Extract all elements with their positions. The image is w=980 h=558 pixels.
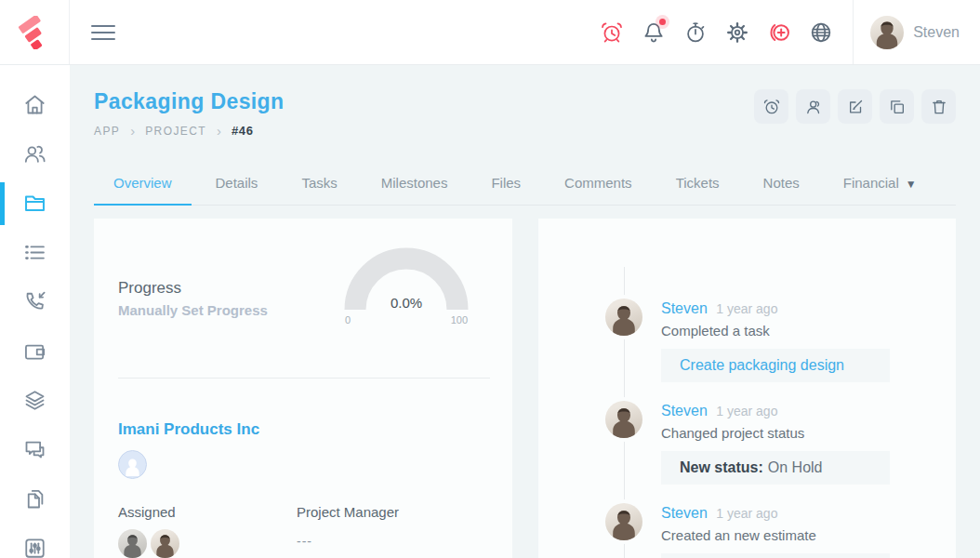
user-menu[interactable]: Steven <box>854 16 980 49</box>
chat-icon <box>22 437 47 462</box>
notification-badge <box>659 19 666 25</box>
activity-user-link[interactable]: Steven <box>661 300 708 316</box>
gauge-max-label: 100 <box>451 314 468 326</box>
alarm-icon[interactable] <box>590 0 632 65</box>
users-icon <box>22 141 47 166</box>
activity-detail-estimate-link[interactable] <box>661 553 890 558</box>
user-name: Steven <box>913 24 960 41</box>
sidebar-item-home[interactable] <box>0 80 70 129</box>
breadcrumb-separator-icon: › <box>217 126 221 136</box>
quick-add-icon[interactable] <box>758 0 800 65</box>
list-icon <box>22 240 47 265</box>
activity-timeline-card: Steven 1 year ago Completed a task Creat… <box>538 219 956 558</box>
activity-action: Changed project status <box>661 425 890 441</box>
assigned-avatars <box>118 529 297 558</box>
user-avatar <box>870 16 904 49</box>
person-placeholder-icon <box>121 455 144 478</box>
page-action-bar <box>754 89 956 124</box>
activity-action: Created an new estimate <box>661 527 890 543</box>
home-icon <box>22 92 47 117</box>
left-sidebar <box>0 65 70 558</box>
breadcrumb-project[interactable]: PROJECT <box>145 125 206 138</box>
sidebar-item-tools[interactable] <box>0 524 70 558</box>
status-value: On Hold <box>768 459 823 475</box>
tab-details[interactable]: Details <box>214 166 260 205</box>
edit-button[interactable] <box>838 89 872 124</box>
assign-user-button[interactable] <box>796 89 830 124</box>
user-icon <box>804 98 823 116</box>
breadcrumb-current: #46 <box>232 124 254 138</box>
duplicate-button[interactable] <box>880 89 914 124</box>
assigned-avatar-1[interactable] <box>118 529 147 558</box>
activity-user-link[interactable]: Steven <box>661 403 708 418</box>
tab-overview[interactable]: Overview <box>112 166 174 205</box>
breadcrumb: APP › PROJECT › #46 <box>94 124 956 138</box>
pages-icon <box>22 486 47 512</box>
timeline-entry: Steven 1 year ago Changed project status… <box>661 403 890 485</box>
notifications-icon[interactable] <box>632 0 674 65</box>
logo-icon <box>18 16 51 49</box>
alarm-icon <box>762 98 781 116</box>
activity-avatar[interactable] <box>605 401 642 438</box>
folder-icon <box>22 191 47 216</box>
sliders-icon <box>22 536 47 558</box>
menu-toggle-button[interactable] <box>91 20 115 45</box>
settings-icon[interactable] <box>716 0 758 65</box>
timeline-entry: Steven 1 year ago Created an new estimat… <box>661 505 890 558</box>
tab-financial[interactable]: Financial▼ <box>841 166 919 205</box>
breadcrumb-app[interactable]: APP <box>94 125 120 138</box>
top-header: Steven <box>0 0 980 65</box>
tab-tickets[interactable]: Tickets <box>674 166 722 205</box>
activity-detail-task-link[interactable]: Create packaging design <box>661 349 890 382</box>
project-overview-card: Progress Manually Set Progress 0.0% 0 10… <box>94 219 512 558</box>
tab-files[interactable]: Files <box>489 166 523 205</box>
sidebar-item-services[interactable] <box>0 376 70 425</box>
activity-time: 1 year ago <box>716 404 777 418</box>
gauge-min-label: 0 <box>345 314 351 326</box>
gauge-value: 0.0% <box>341 295 471 311</box>
sidebar-item-payments[interactable] <box>0 326 70 376</box>
edit-icon <box>846 98 865 116</box>
reminder-button[interactable] <box>754 89 788 124</box>
sidebar-item-documents[interactable] <box>0 474 70 524</box>
progress-gauge: 0.0% 0 100 <box>341 246 471 326</box>
client-link[interactable]: Imani Products Inc <box>118 420 259 439</box>
app-logo[interactable] <box>0 0 70 64</box>
sidebar-item-calls[interactable] <box>0 277 70 326</box>
delete-button[interactable] <box>921 89 956 124</box>
activity-avatar[interactable] <box>605 299 642 336</box>
tab-tasks[interactable]: Tasks <box>299 166 338 205</box>
sidebar-item-projects[interactable] <box>0 179 70 228</box>
project-manager-label: Project Manager <box>297 504 475 520</box>
timeline-entry: Steven 1 year ago Completed a task Creat… <box>661 300 890 382</box>
sidebar-item-contacts[interactable] <box>0 129 70 179</box>
project-manager-value: --- <box>297 534 475 549</box>
wallet-icon <box>22 339 47 364</box>
progress-subtitle: Manually Set Progress <box>118 302 268 318</box>
client-avatar[interactable] <box>118 450 147 479</box>
sidebar-item-tasks[interactable] <box>0 228 70 277</box>
copy-icon <box>888 98 907 116</box>
activity-action: Completed a task <box>661 323 890 339</box>
language-globe-icon[interactable] <box>800 0 841 65</box>
timer-icon[interactable] <box>674 0 716 65</box>
sidebar-item-messages[interactable] <box>0 425 70 474</box>
trash-icon <box>930 98 948 116</box>
main-content: Packaging Design APP › PROJECT › #46 <box>70 65 980 558</box>
activity-user-link[interactable]: Steven <box>661 505 708 521</box>
activity-avatar[interactable] <box>605 503 642 540</box>
layers-icon <box>22 388 47 413</box>
activity-time: 1 year ago <box>716 301 777 316</box>
activity-detail-status: New status:On Hold <box>661 451 890 485</box>
status-label: New status: <box>680 459 763 475</box>
tab-comments[interactable]: Comments <box>563 166 634 205</box>
project-tabs: Overview Details Tasks Milestones Files … <box>94 166 956 206</box>
phone-incoming-icon <box>22 289 47 314</box>
assigned-label: Assigned <box>118 504 297 520</box>
tab-milestones[interactable]: Milestones <box>379 166 450 205</box>
tab-notes[interactable]: Notes <box>761 166 801 205</box>
breadcrumb-separator-icon: › <box>130 126 135 136</box>
activity-time: 1 year ago <box>716 506 777 521</box>
assigned-avatar-2[interactable] <box>151 529 179 558</box>
progress-title: Progress <box>118 279 268 298</box>
